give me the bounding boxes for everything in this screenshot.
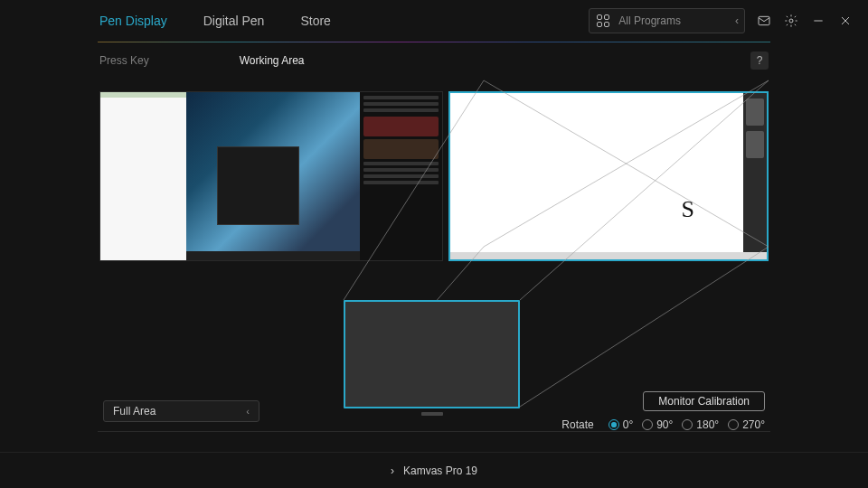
header-bar: Pen Display Digital Pen Store All Progra… xyxy=(0,0,868,42)
sub-header: Press Key Working Area ? xyxy=(0,42,868,79)
monitor-2-taskbar xyxy=(450,252,767,259)
device-switcher[interactable]: › Kamvas Pro 19 xyxy=(0,452,868,488)
rotate-270[interactable]: 270° xyxy=(728,418,765,431)
rotate-label: Rotate xyxy=(561,418,593,431)
svg-point-1 xyxy=(789,19,793,23)
close-icon[interactable] xyxy=(837,13,854,29)
monitor-1-app-3 xyxy=(360,92,442,260)
subtab-working-area[interactable]: Working Area xyxy=(240,54,305,67)
full-area-label: Full Area xyxy=(113,405,156,418)
monitor-2-toolbar xyxy=(743,93,767,259)
chevron-left-icon: ‹ xyxy=(246,406,250,417)
svg-line-8 xyxy=(520,247,769,407)
apps-grid-icon xyxy=(595,13,611,29)
minimize-icon[interactable] xyxy=(810,13,826,29)
device-name: Kamvas Pro 19 xyxy=(403,465,477,477)
chevron-left-icon: ‹ xyxy=(735,14,739,27)
monitor-1-preview[interactable] xyxy=(99,91,443,261)
monitor-1-app-1 xyxy=(100,92,186,260)
tab-pen-display[interactable]: Pen Display xyxy=(99,14,167,28)
monitor-2-preview[interactable]: S xyxy=(448,91,769,261)
rotate-0[interactable]: 0° xyxy=(609,418,633,431)
monitor-calibration-button[interactable]: Monitor Calibration xyxy=(643,391,765,411)
footer-divider xyxy=(98,431,770,432)
monitor-1-app-2 xyxy=(186,92,361,260)
mail-icon[interactable] xyxy=(756,13,772,29)
monitor-2-doodle: S xyxy=(682,196,694,223)
gear-icon[interactable] xyxy=(783,13,799,29)
full-area-dropdown[interactable]: Full Area ‹ xyxy=(103,400,259,422)
header-divider xyxy=(98,42,770,42)
chevron-right-icon: › xyxy=(391,465,394,477)
working-area-panel: S Full Area ‹ Monitor Calibration Rotate xyxy=(0,79,868,431)
tab-digital-pen[interactable]: Digital Pen xyxy=(203,14,265,28)
tab-store[interactable]: Store xyxy=(300,14,330,28)
program-selector-label: All Programs xyxy=(618,14,681,27)
rotate-controls: Rotate 0° 90° 180° 270° xyxy=(561,418,765,431)
program-selector[interactable]: All Programs ‹ xyxy=(589,8,745,33)
subtab-press-key[interactable]: Press Key xyxy=(99,54,149,67)
rotate-180[interactable]: 180° xyxy=(682,418,719,431)
svg-rect-0 xyxy=(759,16,769,24)
help-button[interactable]: ? xyxy=(750,52,769,70)
monitor-2-canvas xyxy=(452,95,740,250)
rotate-90[interactable]: 90° xyxy=(642,418,673,431)
